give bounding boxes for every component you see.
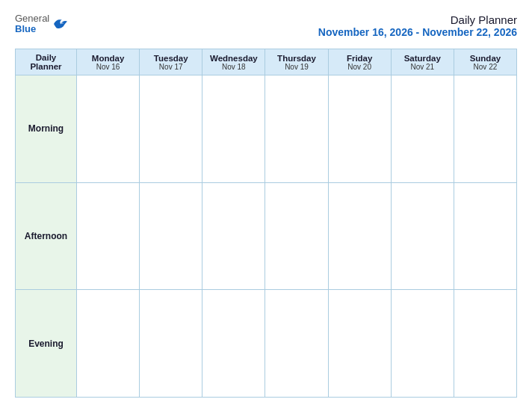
cell-afternoon-fri[interactable]	[328, 182, 391, 290]
logo-blue-text: Blue	[15, 24, 49, 34]
cell-morning-tue[interactable]	[140, 75, 202, 183]
cell-evening-sat[interactable]	[391, 290, 454, 398]
th-sunday-sub: Nov 22	[457, 63, 514, 71]
th-friday-sub: Nov 20	[331, 63, 389, 71]
cell-afternoon-tue[interactable]	[140, 182, 202, 290]
th-thursday: ThursdayNov 19	[265, 49, 328, 75]
th-tuesday: TuesdayNov 17	[140, 49, 202, 75]
th-tuesday-sub: Nov 17	[142, 63, 200, 71]
cell-afternoon-sat[interactable]	[391, 182, 454, 290]
header-right: Daily Planner November 16, 2026 - Novemb…	[318, 13, 517, 38]
th-wednesday: WednesdayNov 18	[202, 49, 265, 75]
label-evening: Evening	[16, 290, 77, 398]
th-sunday: SundayNov 22	[454, 49, 516, 75]
cell-afternoon-sun[interactable]	[454, 182, 516, 290]
th-monday: MondayNov 16	[77, 49, 140, 75]
cell-evening-fri[interactable]	[328, 290, 391, 398]
cell-evening-wed[interactable]	[202, 290, 265, 398]
cell-morning-wed[interactable]	[202, 75, 265, 183]
planner-title: Daily Planner	[318, 13, 517, 26]
cell-evening-sun[interactable]	[454, 290, 516, 398]
logo: General Blue	[15, 13, 69, 35]
th-saturday-sub: Nov 21	[394, 63, 451, 71]
cell-morning-sat[interactable]	[391, 75, 454, 183]
logo-general-text: General	[15, 13, 49, 24]
table-header-row: Daily Planner MondayNov 16 TuesdayNov 17…	[16, 49, 517, 75]
planner-table: Daily Planner MondayNov 16 TuesdayNov 17…	[15, 49, 517, 398]
logo-bird-icon	[52, 17, 69, 31]
th-thursday-sub: Nov 19	[267, 63, 325, 71]
cell-afternoon-mon[interactable]	[77, 182, 140, 290]
table-row-afternoon: Afternoon	[16, 182, 517, 290]
label-morning: Morning	[16, 75, 77, 183]
cell-morning-fri[interactable]	[328, 75, 391, 183]
th-wednesday-sub: Nov 18	[205, 63, 262, 71]
th-saturday: SaturdayNov 21	[391, 49, 454, 75]
cell-evening-mon[interactable]	[77, 290, 140, 398]
cell-morning-mon[interactable]	[77, 75, 140, 183]
cell-evening-tue[interactable]	[140, 290, 202, 398]
label-header-line2: Planner	[30, 62, 61, 71]
cell-afternoon-thu[interactable]	[265, 182, 328, 290]
label-afternoon: Afternoon	[16, 182, 77, 290]
table-row-morning: Morning	[16, 75, 517, 183]
th-friday: FridayNov 20	[328, 49, 391, 75]
cell-evening-thu[interactable]	[265, 290, 328, 398]
cell-morning-sun[interactable]	[454, 75, 516, 183]
header: General Blue Daily Planner November 16, …	[15, 13, 517, 38]
th-monday-sub: Nov 16	[79, 63, 137, 71]
label-header-line1: Daily	[36, 53, 57, 62]
table-row-evening: Evening	[16, 290, 517, 398]
label-header: Daily Planner	[16, 49, 77, 75]
cell-afternoon-wed[interactable]	[202, 182, 265, 290]
page: General Blue Daily Planner November 16, …	[0, 0, 532, 411]
planner-date-range: November 16, 2026 - November 22, 2026	[318, 26, 517, 38]
cell-morning-thu[interactable]	[265, 75, 328, 183]
